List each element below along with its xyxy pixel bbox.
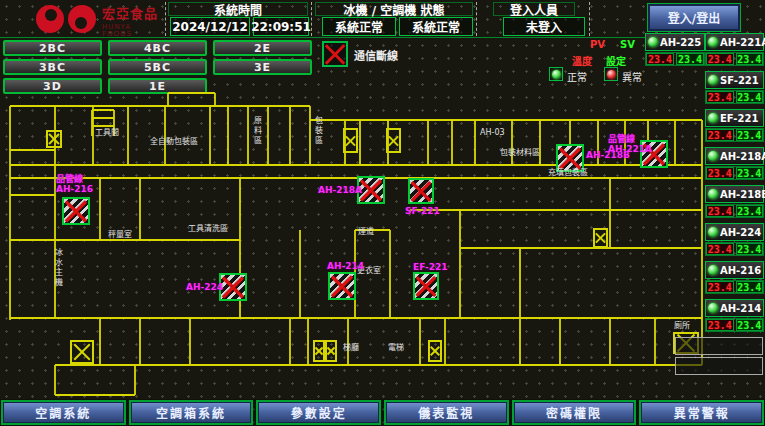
temp-label: 溫度 [572, 53, 592, 68]
status-led-icon [708, 189, 718, 199]
sidebar-unit-AH-216[interactable]: AH-216 [705, 261, 764, 279]
sv-value: 23.4 [736, 281, 764, 293]
shaft-x-icon [593, 228, 608, 248]
pv-label: PV [590, 39, 605, 50]
sidebar-empty-slot [675, 357, 763, 375]
chiller-status-value: 系統正常 [322, 17, 396, 36]
logo-subtitle: HUNYA FOODS [102, 24, 164, 38]
login-user-value: 未登入 [503, 17, 585, 36]
header-separator [165, 2, 166, 36]
floor-button-4BC[interactable]: 4BC [108, 40, 207, 56]
shaft-x-icon [313, 340, 325, 362]
sv-value: 23.4 [736, 91, 764, 103]
sv-value: 23.4 [736, 53, 764, 65]
hmi-screen: 宏亞食品 HUNYA FOODS 系統時間 2024/12/12 22:09:5… [0, 0, 765, 426]
room-label: 工具間 [95, 128, 119, 138]
system-time-label: 系統時間 [168, 2, 308, 16]
unit-label-AH-218A: AH-218A [318, 185, 362, 195]
nav-button-空調系統[interactable]: 空調系統 [3, 402, 124, 423]
sidebar-unit-AH-225[interactable]: AH-225 [645, 33, 705, 51]
floor-button-2E[interactable]: 2E [213, 40, 312, 56]
nav-button-參數設定[interactable]: 參數設定 [258, 402, 379, 423]
sidebar-unit-values-AH-216: 23.423.4 [705, 280, 764, 294]
room-label: 電梯 [388, 343, 404, 353]
floor-button-2BC[interactable]: 2BC [3, 40, 102, 56]
room-label: 包裝材料區 [500, 148, 540, 158]
unit-offline-icon-AH-224[interactable] [219, 273, 247, 301]
sidebar-unit-AH-218B[interactable]: AH-218B [705, 185, 764, 203]
nav-button-密碼權限[interactable]: 密碼權限 [514, 402, 635, 423]
status-led-icon [708, 113, 718, 123]
floor-button-5BC[interactable]: 5BC [108, 59, 207, 75]
pv-value: 23.4 [706, 129, 734, 141]
sidebar-unit-AH-224[interactable]: AH-224 [705, 223, 764, 241]
unit-label-AH-216: 品管線AH-216 [56, 174, 93, 195]
unit-offline-icon-EF-221[interactable] [413, 272, 439, 300]
status-led-icon [708, 303, 718, 313]
unit-offline-icon-AH-216[interactable] [62, 197, 90, 225]
unit-label-AH-224: AH-224 [186, 282, 223, 292]
login-logout-button[interactable]: 登入/登出 [648, 4, 740, 31]
ahu-status-value: 系統正常 [399, 17, 473, 36]
pv-value: 23.4 [706, 243, 734, 255]
status-led-icon [708, 75, 718, 85]
shaft-x-icon [46, 130, 62, 148]
status-led-icon [708, 227, 718, 237]
sidebar-unit-AH-221A[interactable]: AH-221A [705, 33, 764, 51]
room-label: 煙道 [358, 227, 374, 237]
sv-label: SV [620, 39, 635, 50]
room-label: 秤量室 [108, 230, 132, 240]
status-led-icon [648, 37, 658, 47]
status-led-icon [708, 265, 718, 275]
bottom-navigation: 空調系統空調箱系統參數設定儀表監視密碼權限異常警報 [0, 399, 765, 426]
pv-value: 23.4 [706, 167, 734, 179]
shaft-x-icon [343, 128, 358, 153]
logo-mark-icon [36, 5, 64, 33]
room-label: AH-03 [480, 128, 505, 138]
set-label: 設定 [606, 53, 626, 68]
nav-button-儀表監視[interactable]: 儀表監視 [386, 402, 507, 423]
sidebar-unit-AH-218A[interactable]: AH-218A [705, 147, 764, 165]
room-label: 原料區 [252, 116, 262, 146]
logo-mark-icon [68, 5, 96, 33]
header-separator [589, 2, 590, 36]
room-label: 廁所 [674, 321, 690, 331]
sidebar-unit-values-AH-221A: 23.423.4 [705, 52, 764, 66]
abnormal-led-icon [604, 67, 618, 81]
shaft-x-icon [386, 128, 401, 153]
normal-legend-label: 正常 [567, 69, 587, 84]
sidebar-unit-values-AH-224: 23.423.4 [705, 242, 764, 256]
shaft-x-icon [70, 340, 94, 364]
floor-button-3E[interactable]: 3E [213, 59, 312, 75]
sidebar-unit-values-SF-221: 23.423.4 [705, 90, 764, 104]
status-led-icon [708, 151, 718, 161]
room-label: 全自動包裝區 [150, 137, 198, 147]
room-label: 梯廳 [343, 343, 359, 353]
sidebar-unit-EF-221[interactable]: EF-221 [705, 109, 764, 127]
login-user-label: 登入人員 [493, 2, 575, 16]
sidebar-unit-AH-214[interactable]: AH-214 [705, 299, 764, 317]
sidebar-unit-values-AH-218B: 23.423.4 [705, 204, 764, 218]
pv-value: 23.4 [706, 319, 734, 331]
sv-value: 23.4 [736, 129, 764, 141]
nav-button-空調箱系統[interactable]: 空調箱系統 [131, 402, 252, 423]
header-separator [311, 2, 312, 36]
unit-offline-icon-SF-221[interactable] [408, 178, 434, 204]
pv-value: 23.4 [706, 205, 734, 217]
nav-button-異常警報[interactable]: 異常警報 [641, 402, 762, 423]
unit-offline-icon-AH-214[interactable] [328, 272, 356, 300]
floor-button-3BC[interactable]: 3BC [3, 59, 102, 75]
room-label: 充填包裝區 [548, 168, 588, 178]
pv-value: 23.4 [706, 91, 734, 103]
sv-value: 23.4 [676, 53, 704, 65]
shaft-x-icon [428, 340, 442, 362]
abnormal-legend-label: 異常 [622, 69, 642, 84]
sidebar-unit-values-AH-218A: 23.423.4 [705, 166, 764, 180]
sv-value: 23.4 [736, 243, 764, 255]
sidebar-unit-values-EF-221: 23.423.4 [705, 128, 764, 142]
unit-label-AH-221A: 品管線AH-221A [608, 134, 652, 155]
comm-error-label: 通信斷線 [354, 47, 398, 63]
pv-value: 23.4 [706, 281, 734, 293]
sidebar-unit-SF-221[interactable]: SF-221 [705, 71, 764, 89]
room-label: 包裝區 [313, 116, 323, 146]
